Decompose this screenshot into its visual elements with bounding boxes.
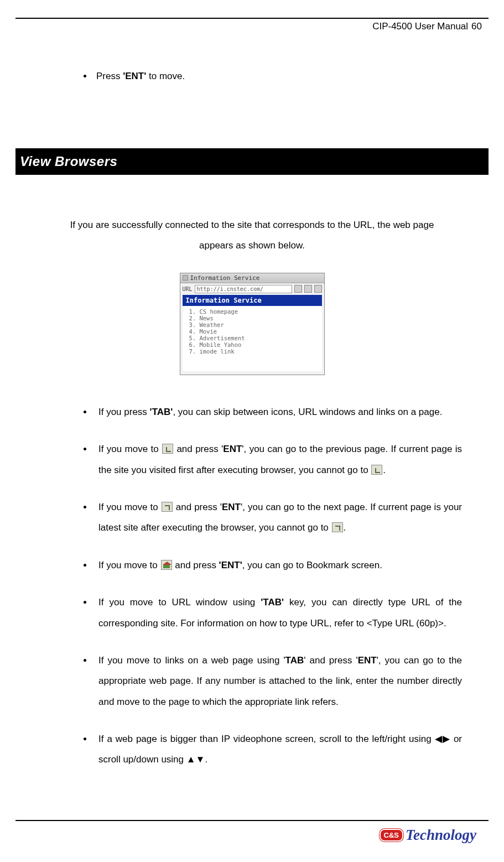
bullet-scroll: If a web page is bigger than IP videopho…: [93, 729, 462, 770]
text: If a web page is bigger than IP videopho…: [98, 734, 435, 744]
window-icon: [183, 275, 188, 281]
bullet-prev-page: If you move to and press 'ENT', you can …: [93, 439, 462, 480]
text: to move.: [146, 71, 185, 81]
text: .: [205, 754, 207, 765]
text: ' and press ': [304, 655, 357, 666]
forward-icon: [304, 285, 312, 293]
text: , you can skip between icons, URL window…: [173, 407, 442, 417]
bullet-bookmark: If you move to and press 'ENT', you can …: [93, 555, 462, 575]
bullet-type-url: If you move to URL window using 'TAB' ke…: [93, 592, 462, 633]
company-logo: C&S Technology: [380, 827, 476, 844]
figure-link-item: 6. Mobile Yahoo: [189, 341, 315, 348]
main-bullet-list: If you press 'TAB', you can skip between…: [93, 402, 462, 770]
bullet-next-page: If you move to and press 'ENT', you can …: [93, 497, 462, 538]
logo-badge: C&S: [380, 829, 403, 842]
key-tab: 'TAB': [150, 407, 173, 417]
text: .: [383, 465, 386, 475]
intro-paragraph: If you are successfully connected to the…: [60, 215, 444, 256]
figure-link-item: 7. imode link: [189, 348, 315, 355]
text: and press ': [174, 444, 223, 454]
figure-titlebar-text: Information Service: [190, 274, 260, 282]
text: and press: [173, 560, 219, 570]
top-bullet-item: Press 'ENT' to move.: [93, 71, 489, 82]
url-field: http://i.cnstec.com/: [195, 285, 292, 293]
figure-link-list: 1. CS homepage 2. News 3. Weather 4. Mov…: [183, 306, 322, 371]
bullet-tab-skip: If you press 'TAB', you can skip between…: [93, 402, 462, 422]
figure-link-item: 2. News: [189, 315, 315, 321]
key-ent: ENT: [223, 444, 242, 454]
bullet-follow-link: If you move to links on a web page using…: [93, 650, 462, 712]
figure-link-item: 3. Weather: [189, 321, 315, 328]
key-tab: 'TAB': [261, 597, 284, 607]
section-heading: View Browsers: [15, 148, 489, 175]
logo-text: Technology: [406, 827, 476, 844]
text: If you move to: [98, 444, 162, 454]
home-icon: [161, 560, 172, 570]
text: If you move to: [98, 560, 160, 570]
arrows-up-down-icon: ▲▼: [186, 754, 205, 765]
key-ent: 'ENT': [123, 71, 146, 81]
key-ent: ENT: [222, 502, 241, 512]
forward-arrow-icon: [332, 522, 343, 532]
text: and press ': [173, 502, 222, 512]
figure-link-item: 1. CS homepage: [189, 308, 315, 315]
top-bullet-list: Press 'ENT' to move.: [93, 71, 489, 82]
back-icon: [294, 285, 302, 293]
back-arrow-icon: [371, 465, 382, 475]
text: If you press: [98, 407, 150, 417]
figure-page-heading: Information Service: [183, 295, 322, 306]
text: If you move to links on a web page using…: [98, 655, 285, 666]
back-arrow-icon: [162, 444, 173, 454]
text: .: [344, 522, 346, 533]
text: Press: [96, 71, 123, 81]
page-number: 60: [471, 21, 482, 32]
key-ent: 'ENT': [219, 560, 242, 570]
home-icon: [314, 285, 322, 293]
figure-link-item: 4. Movie: [189, 328, 315, 335]
page-header: CIP-4500 User Manual 60: [15, 19, 489, 32]
text: If you move to: [98, 502, 161, 512]
text: If you move to URL window using: [98, 597, 261, 607]
footer: C&S Technology: [15, 821, 489, 855]
figure-titlebar: Information Service: [180, 273, 324, 283]
arrows-left-right-icon: ◀▶: [435, 734, 450, 744]
figure-link-item: 5. Advertisement: [189, 335, 315, 341]
figure-url-row: URL http://i.cnstec.com/: [180, 283, 324, 295]
key-ent: ENT: [358, 655, 377, 666]
browser-screenshot-figure: Information Service URL http://i.cnstec.…: [180, 273, 325, 375]
text: , you can go to Bookmark screen.: [242, 560, 382, 570]
key-tab: TAB: [285, 655, 304, 666]
url-label: URL: [183, 286, 193, 292]
forward-arrow-icon: [162, 502, 173, 512]
manual-title: CIP-4500 User Manual: [372, 21, 468, 32]
